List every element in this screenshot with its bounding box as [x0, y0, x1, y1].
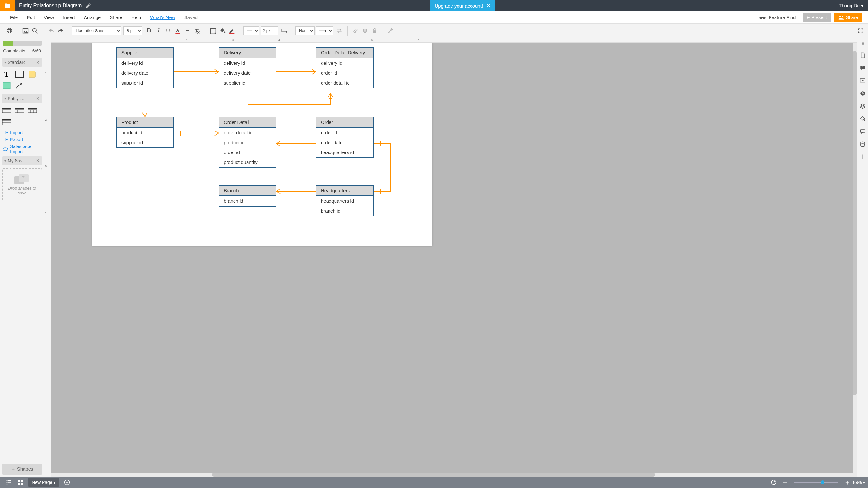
salesforce-import-link[interactable]: Salesforce Import: [2, 143, 42, 155]
entity-branch[interactable]: Branch branch id: [219, 185, 276, 207]
category-saved[interactable]: My Sav… ✕: [2, 156, 42, 165]
settings-icon[interactable]: [4, 26, 14, 36]
font-family-select[interactable]: Liberation Sans: [72, 26, 121, 35]
page-tab[interactable]: New Page: [28, 478, 59, 487]
line-end-select[interactable]: ──▶: [316, 26, 333, 35]
lock-icon[interactable]: [370, 26, 379, 36]
image-icon[interactable]: [21, 26, 30, 36]
redo-icon[interactable]: [56, 26, 65, 36]
link-icon[interactable]: [351, 26, 360, 36]
entity-supplier[interactable]: Supplier delivery id delivery date suppl…: [116, 47, 174, 88]
saved-shapes-dropzone[interactable]: T Drop shapes to save: [2, 169, 42, 200]
close-icon[interactable]: ✕: [36, 96, 40, 101]
category-entity[interactable]: Entity … ✕: [2, 94, 42, 103]
collapse-dock-icon[interactable]: ⟨⟨: [862, 41, 864, 47]
font-size-select[interactable]: 8 pt: [123, 26, 142, 35]
navigator-icon[interactable]: [858, 152, 867, 161]
magnet-icon[interactable]: [360, 26, 370, 36]
entity-delivery[interactable]: Delivery delivery id delivery date suppl…: [219, 47, 276, 88]
grid-view-icon[interactable]: [16, 478, 25, 487]
erd-shape-3[interactable]: [27, 106, 37, 114]
menu-help[interactable]: Help: [127, 14, 146, 20]
fill-icon[interactable]: [218, 26, 227, 36]
text-shape[interactable]: T: [2, 70, 11, 78]
import-link[interactable]: Import: [2, 129, 42, 136]
menu-view[interactable]: View: [39, 14, 58, 20]
outline-icon[interactable]: [4, 478, 13, 487]
document-title[interactable]: Entity Relationship Diagram: [15, 3, 86, 8]
line-corner-icon[interactable]: [279, 26, 289, 36]
menu-insert[interactable]: Insert: [58, 14, 80, 20]
close-icon[interactable]: ✕: [36, 60, 40, 65]
zoom-level[interactable]: 89%: [853, 480, 865, 485]
line-start-select[interactable]: None: [296, 26, 314, 35]
page-icon[interactable]: [858, 51, 867, 60]
canvas-area[interactable]: 0 1 2 3 4 5 6 7: [51, 38, 857, 477]
category-standard[interactable]: Standard ✕: [2, 58, 42, 67]
entity-order-detail[interactable]: Order Detail order detail id product id …: [219, 117, 276, 168]
block-shape[interactable]: [2, 81, 11, 90]
data-icon[interactable]: [858, 140, 867, 149]
underline-icon[interactable]: U: [163, 26, 173, 36]
close-icon[interactable]: ✕: [486, 2, 491, 9]
sync-icon[interactable]: [769, 478, 778, 487]
vertical-scrollbar[interactable]: [853, 42, 857, 473]
border-color-icon[interactable]: [227, 26, 237, 36]
menu-share[interactable]: Share: [105, 14, 127, 20]
erd-shape-1[interactable]: [2, 106, 11, 114]
history-icon[interactable]: [858, 89, 867, 98]
entity-headquarters[interactable]: Headquarters headquarters id branch id: [316, 185, 374, 216]
close-icon[interactable]: ✕: [36, 158, 40, 163]
fullscreen-icon[interactable]: [856, 26, 865, 36]
canvas[interactable]: Supplier delivery id delivery date suppl…: [92, 42, 432, 246]
swap-ends-icon[interactable]: [335, 26, 344, 36]
zoom-out-icon[interactable]: −: [781, 478, 789, 487]
horizontal-scrollbar[interactable]: [51, 473, 857, 477]
share-button[interactable]: Share: [834, 13, 862, 22]
present-panel-icon[interactable]: [858, 76, 867, 85]
menubar: File Edit View Insert Arrange Share Help…: [0, 11, 868, 24]
export-link[interactable]: Export: [2, 136, 42, 143]
search-icon[interactable]: [30, 26, 40, 36]
user-menu[interactable]: Thong Do: [834, 3, 868, 8]
folder-icon[interactable]: [0, 0, 15, 11]
menu-whats-new[interactable]: What's New: [146, 14, 180, 20]
bold-icon[interactable]: B: [144, 26, 154, 36]
clear-format-icon[interactable]: [192, 26, 202, 36]
entity-product[interactable]: Product product id supplier id: [116, 117, 174, 148]
zoom-slider[interactable]: [794, 482, 838, 483]
feature-find-button[interactable]: Feature Find: [754, 14, 800, 20]
add-page-icon[interactable]: [63, 478, 71, 487]
zoom-in-icon[interactable]: ＋: [843, 478, 852, 487]
upgrade-link[interactable]: Upgrade your account!: [435, 3, 483, 8]
text-color-icon[interactable]: [173, 26, 182, 36]
alignment-icon[interactable]: [182, 26, 192, 36]
layers-icon[interactable]: [858, 102, 867, 111]
line-style-select[interactable]: ───: [243, 26, 259, 35]
chat-icon[interactable]: [858, 127, 867, 136]
rename-icon[interactable]: [86, 3, 91, 8]
comment-icon[interactable]: ❝: [858, 64, 867, 72]
rect-shape[interactable]: [14, 70, 24, 78]
wrench-icon[interactable]: [386, 26, 396, 36]
menu-file[interactable]: File: [6, 14, 22, 20]
shape-frame-icon[interactable]: [208, 26, 218, 36]
menu-edit[interactable]: Edit: [22, 14, 39, 20]
line-width-input[interactable]: [260, 26, 278, 35]
shapes-button[interactable]: Shapes: [2, 463, 42, 475]
italic-icon[interactable]: I: [154, 26, 163, 36]
svg-point-68: [861, 142, 865, 144]
erd-shape-4[interactable]: [2, 118, 11, 126]
entity-title: Order Detail Delivery: [316, 48, 373, 58]
arrow-shape[interactable]: [14, 81, 24, 90]
undo-icon[interactable]: [46, 26, 56, 36]
menu-arrange[interactable]: Arrange: [80, 14, 105, 20]
entity-order[interactable]: Order order id order date headquarters i…: [316, 117, 374, 158]
entity-title: Supplier: [117, 48, 174, 58]
present-button[interactable]: Present: [803, 13, 831, 22]
erd-shape-2[interactable]: [14, 106, 24, 114]
note-shape[interactable]: [27, 70, 37, 78]
svg-rect-79: [18, 480, 20, 482]
entity-order-detail-delivery[interactable]: Order Detail Delivery delivery id order …: [316, 47, 374, 88]
theme-icon[interactable]: [858, 114, 867, 123]
